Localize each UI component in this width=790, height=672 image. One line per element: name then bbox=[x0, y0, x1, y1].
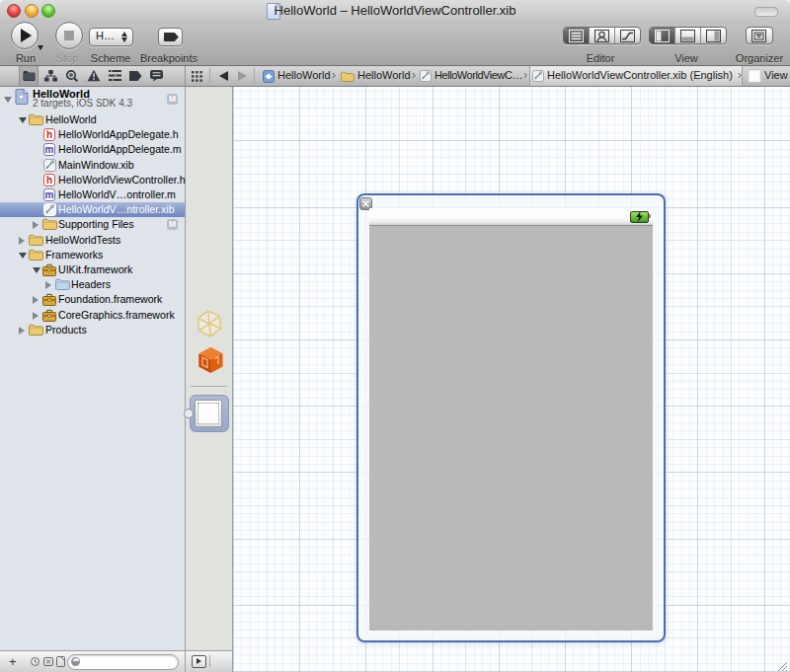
svg-text:h: h bbox=[46, 175, 52, 186]
svg-text:m: m bbox=[45, 144, 54, 155]
svg-text:h: h bbox=[46, 129, 52, 140]
svg-text:m: m bbox=[45, 189, 54, 200]
